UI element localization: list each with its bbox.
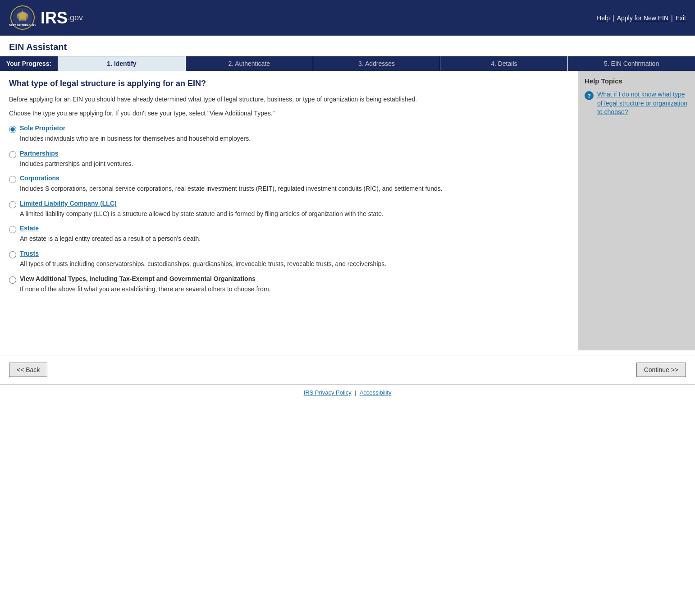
radio-partnerships[interactable] xyxy=(9,151,16,158)
progress-step-identify[interactable]: 1. Identify xyxy=(58,56,185,71)
label-corporations[interactable]: Corporations xyxy=(20,175,59,182)
label-additional-types[interactable]: View Additional Types, Including Tax-Exe… xyxy=(20,275,256,282)
continue-button[interactable]: Continue >> xyxy=(636,363,686,377)
header: DEPT OF TREASURY IRS .gov Help | Apply f… xyxy=(0,0,695,36)
accessibility-link[interactable]: Accessibility xyxy=(360,389,392,396)
progress-step-authenticate[interactable]: 2. Authenticate xyxy=(185,56,313,71)
option-partnerships: Partnerships Includes partnerships and j… xyxy=(9,150,569,169)
option-additional-types: View Additional Types, Including Tax-Exe… xyxy=(9,275,569,294)
desc-llc: A limited liability company (LLC) is a s… xyxy=(20,210,569,219)
progress-step-addresses[interactable]: 3. Addresses xyxy=(313,56,440,71)
button-area: << Back Continue >> xyxy=(0,355,695,384)
exit-link[interactable]: Exit xyxy=(676,14,686,22)
help-title: Help Topics xyxy=(585,77,689,85)
desc-additional-types: If none of the above fit what you are es… xyxy=(20,285,569,294)
back-button[interactable]: << Back xyxy=(9,363,47,377)
label-sole-proprietor[interactable]: Sole Proprietor xyxy=(20,124,65,132)
label-llc[interactable]: Limited Liability Company (LLC) xyxy=(20,200,117,207)
label-partnerships[interactable]: Partnerships xyxy=(20,150,59,157)
option-llc: Limited Liability Company (LLC) A limite… xyxy=(9,200,569,219)
desc-trusts: All types of trusts including conservato… xyxy=(20,260,569,269)
radio-additional-types[interactable] xyxy=(9,276,16,284)
radio-corporations[interactable] xyxy=(9,176,16,183)
sep1: | xyxy=(613,14,614,22)
privacy-policy-link[interactable]: IRS Privacy Policy xyxy=(304,389,352,396)
svg-text:DEPT OF TREASURY: DEPT OF TREASURY xyxy=(9,24,36,27)
help-link[interactable]: Help xyxy=(597,14,610,22)
option-list: Sole Proprietor Includes individuals who… xyxy=(9,124,569,294)
progress-step-confirmation[interactable]: 5. EIN Confirmation xyxy=(567,56,695,71)
option-trusts: Trusts All types of trusts including con… xyxy=(9,250,569,269)
label-trusts[interactable]: Trusts xyxy=(20,250,39,257)
help-sidebar: Help Topics ? What if I do not know what… xyxy=(578,71,695,350)
radio-sole-proprietor[interactable] xyxy=(9,126,16,133)
radio-trusts[interactable] xyxy=(9,251,16,258)
progress-label: Your Progress: xyxy=(0,56,58,71)
radio-estate[interactable] xyxy=(9,226,16,233)
help-question-icon: ? xyxy=(585,91,594,100)
page-title-area: EIN Assistant xyxy=(0,36,695,56)
progress-step-details[interactable]: 4. Details xyxy=(440,56,567,71)
radio-llc[interactable] xyxy=(9,201,16,208)
sep2: | xyxy=(671,14,673,22)
irs-seal-icon: DEPT OF TREASURY xyxy=(9,5,36,30)
main-layout: What type of legal structure is applying… xyxy=(0,71,695,350)
help-link-legal-structure[interactable]: What if I do not know what type of legal… xyxy=(597,90,689,117)
option-sole-proprietor: Sole Proprietor Includes individuals who… xyxy=(9,124,569,143)
content-heading: What type of legal structure is applying… xyxy=(9,79,569,88)
gov-text: .gov xyxy=(68,13,83,23)
progress-bar: Your Progress: 1. Identify 2. Authentica… xyxy=(0,56,695,71)
header-nav: Help | Apply for New EIN | Exit xyxy=(597,14,686,22)
option-estate: Estate An estate is a legal entity creat… xyxy=(9,225,569,244)
desc-estate: An estate is a legal entity created as a… xyxy=(20,234,569,244)
label-estate[interactable]: Estate xyxy=(20,225,39,232)
desc-partnerships: Includes partnerships and joint ventures… xyxy=(20,160,569,169)
footer: IRS Privacy Policy | Accessibility xyxy=(0,384,695,400)
help-item-1: ? What if I do not know what type of leg… xyxy=(585,90,689,117)
irs-text: IRS xyxy=(41,9,68,28)
option-corporations: Corporations Includes S corporations, pe… xyxy=(9,175,569,193)
irs-logo: DEPT OF TREASURY IRS .gov xyxy=(9,5,83,30)
desc-sole-proprietor: Includes individuals who are in business… xyxy=(20,134,569,143)
desc-corporations: Includes S corporations, personal servic… xyxy=(20,184,569,193)
page-title: EIN Assistant xyxy=(9,42,686,52)
content-para2: Choose the type you are applying for. If… xyxy=(9,109,569,118)
content-para1: Before applying for an EIN you should ha… xyxy=(9,95,569,104)
content-area: What type of legal structure is applying… xyxy=(0,71,578,308)
footer-sep: | xyxy=(355,389,356,396)
apply-ein-link[interactable]: Apply for New EIN xyxy=(617,14,668,22)
